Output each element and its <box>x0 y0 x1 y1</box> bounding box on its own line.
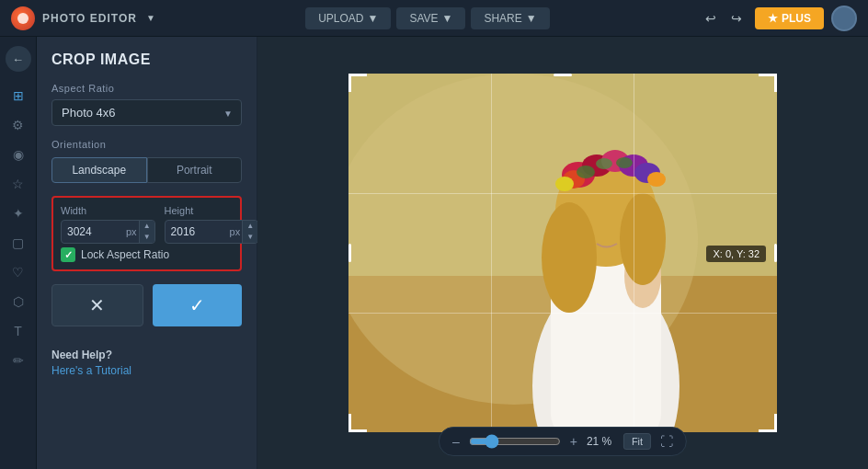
width-group: Width px ▲ ▼ <box>61 205 155 244</box>
back-icon: ← <box>12 52 24 66</box>
main-area: ← ⊞ ⚙ ◉ ☆ ✦ ▢ ♡ ⬡ T ✏ CROP IMAGE Aspect … <box>0 37 868 469</box>
width-decrement[interactable]: ▼ <box>140 232 154 243</box>
zoom-slider[interactable] <box>469 434 561 449</box>
landscape-button[interactable]: Landscape <box>51 157 147 183</box>
corner-handle-tr[interactable] <box>759 74 777 92</box>
sidebar-item-text[interactable]: T <box>6 318 31 344</box>
fit-button[interactable]: Fit <box>623 433 651 450</box>
upload-chevron: ▼ <box>368 12 379 25</box>
height-unit: px <box>230 226 243 237</box>
portrait-button[interactable]: Portrait <box>147 157 243 183</box>
sidebar-item-heart[interactable]: ♡ <box>6 259 31 285</box>
share-button[interactable]: SHARE ▼ <box>471 7 549 29</box>
canvas-area: X: 0, Y: 32 – + 21 % Fit ⛶ <box>257 37 868 469</box>
zoom-toolbar: – + 21 % Fit ⛶ <box>439 427 687 456</box>
sidebar-item-draw[interactable]: ✏ <box>6 348 31 373</box>
crop-overlay: X: 0, Y: 32 <box>348 74 777 432</box>
help-title: Need Help? <box>51 349 242 361</box>
grid-v1 <box>491 74 492 432</box>
corner-handle-bl[interactable] <box>348 414 367 432</box>
share-chevron: ▼ <box>526 12 537 25</box>
help-link[interactable]: Here's a Tutorial <box>51 364 131 377</box>
zoom-in-button[interactable]: + <box>570 434 577 449</box>
plus-button[interactable]: ★ PLUS <box>755 7 824 29</box>
image-container: X: 0, Y: 32 <box>348 74 777 432</box>
panel-title: CROP IMAGE <box>51 51 242 68</box>
height-stepper: ▲ ▼ <box>242 221 257 243</box>
topbar-left: PHOTO EDITOR ▼ <box>11 6 155 30</box>
sidebar-item-frame[interactable]: ▢ <box>6 230 31 256</box>
redo-button[interactable]: ↪ <box>725 7 748 29</box>
sidebar-item-adjust[interactable]: ⚙ <box>6 112 31 138</box>
app-title-arrow[interactable]: ▼ <box>146 13 155 23</box>
coordinates-tooltip: X: 0, Y: 32 <box>706 246 766 262</box>
save-button[interactable]: SAVE ▼ <box>396 7 465 29</box>
width-input[interactable] <box>62 222 126 242</box>
width-increment[interactable]: ▲ <box>140 221 154 232</box>
grid-h2 <box>348 313 777 314</box>
icon-sidebar: ← ⊞ ⚙ ◉ ☆ ✦ ▢ ♡ ⬡ T ✏ <box>0 37 37 469</box>
grid-v2 <box>634 74 634 432</box>
save-chevron: ▼ <box>442 12 453 25</box>
back-button[interactable]: ← <box>6 46 31 72</box>
edge-handle-top[interactable] <box>554 74 572 76</box>
aspect-ratio-label: Aspect Ratio <box>51 83 242 94</box>
orientation-buttons: Landscape Portrait <box>51 157 242 183</box>
topbar-right: ↩ ↪ ★ PLUS <box>700 6 857 31</box>
width-label: Width <box>61 205 155 216</box>
cancel-button[interactable]: ✕ <box>51 284 143 326</box>
confirm-button[interactable]: ✓ <box>153 284 243 326</box>
app-logo <box>11 6 35 30</box>
sidebar-item-settings[interactable]: ✦ <box>6 200 31 226</box>
width-input-wrap: px ▲ ▼ <box>61 220 155 244</box>
help-section: Need Help? Here's a Tutorial <box>51 349 242 378</box>
topbar-center: UPLOAD ▼ SAVE ▼ SHARE ▼ <box>305 7 550 29</box>
width-unit: px <box>126 226 139 237</box>
dimension-section: Width px ▲ ▼ Height px <box>51 196 242 271</box>
confirm-icon: ✓ <box>189 294 205 316</box>
zoom-out-button[interactable]: – <box>452 434 460 449</box>
undo-redo-group: ↩ ↪ <box>700 7 748 29</box>
sidebar-item-effects[interactable]: ◉ <box>6 142 31 167</box>
checkmark-icon: ✓ <box>64 249 73 261</box>
app-title: PHOTO EDITOR <box>42 12 137 25</box>
zoom-percentage: 21 % <box>587 435 614 448</box>
height-increment[interactable]: ▲ <box>243 221 257 232</box>
height-input-wrap: px ▲ ▼ <box>165 220 259 244</box>
height-group: Height px ▲ ▼ <box>165 205 259 244</box>
fullscreen-button[interactable]: ⛶ <box>660 434 673 449</box>
width-stepper: ▲ ▼ <box>139 221 154 243</box>
grid-h1 <box>348 193 777 194</box>
aspect-ratio-select[interactable]: Photo 4x6 Free Original Square Photo 3x4… <box>51 99 242 126</box>
edge-handle-right[interactable] <box>774 244 777 262</box>
corner-handle-tl[interactable] <box>348 74 367 92</box>
cancel-icon: ✕ <box>89 294 105 316</box>
undo-button[interactable]: ↩ <box>700 7 722 29</box>
height-label: Height <box>165 205 259 216</box>
upload-button[interactable]: UPLOAD ▼ <box>305 7 391 29</box>
topbar: PHOTO EDITOR ▼ UPLOAD ▼ SAVE ▼ SHARE ▼ ↩… <box>0 0 868 37</box>
height-decrement[interactable]: ▼ <box>243 232 257 243</box>
crop-panel: CROP IMAGE Aspect Ratio Photo 4x6 Free O… <box>37 37 257 469</box>
dimension-row: Width px ▲ ▼ Height px <box>61 205 233 244</box>
height-input[interactable] <box>166 222 230 242</box>
action-buttons: ✕ ✓ <box>51 284 242 326</box>
sidebar-item-shape[interactable]: ⬡ <box>6 289 31 315</box>
lock-row: ✓ Lock Aspect Ratio <box>61 247 233 262</box>
avatar[interactable] <box>831 6 857 31</box>
lock-checkbox[interactable]: ✓ <box>61 247 75 262</box>
lock-label: Lock Aspect Ratio <box>81 248 169 261</box>
edge-handle-left[interactable] <box>348 244 351 262</box>
orientation-label: Orientation <box>51 139 242 150</box>
sidebar-item-favorites[interactable]: ☆ <box>6 171 31 197</box>
corner-handle-br[interactable] <box>759 414 777 432</box>
sidebar-item-crop[interactable]: ⊞ <box>6 83 31 109</box>
aspect-ratio-select-wrapper: Photo 4x6 Free Original Square Photo 3x4… <box>51 99 242 126</box>
